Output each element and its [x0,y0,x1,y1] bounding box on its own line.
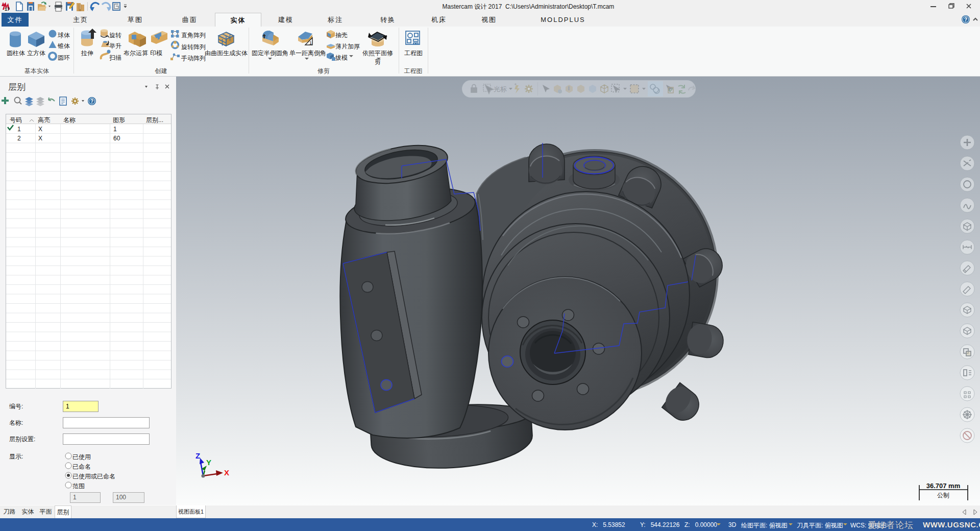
svg-text:1: 1 [113,126,117,133]
svg-text:Y: Y [206,458,211,467]
svg-text:1: 1 [17,126,21,133]
svg-text:?: ? [90,99,93,104]
svg-text:公制: 公制 [937,492,949,499]
svg-text:X: X [38,126,42,133]
svg-text:1: 1 [309,40,312,45]
svg-text:17: 17 [5,7,10,12]
svg-text:X: X [224,468,229,477]
svg-text:60: 60 [113,135,120,142]
svg-text:2: 2 [17,135,21,142]
svg-text:36.707 mm: 36.707 mm [926,482,961,490]
svg-text:X: X [38,135,42,142]
svg-text:Z: Z [195,451,200,460]
svg-text:光标: 光标 [494,85,507,93]
svg-text:?: ? [964,16,967,22]
